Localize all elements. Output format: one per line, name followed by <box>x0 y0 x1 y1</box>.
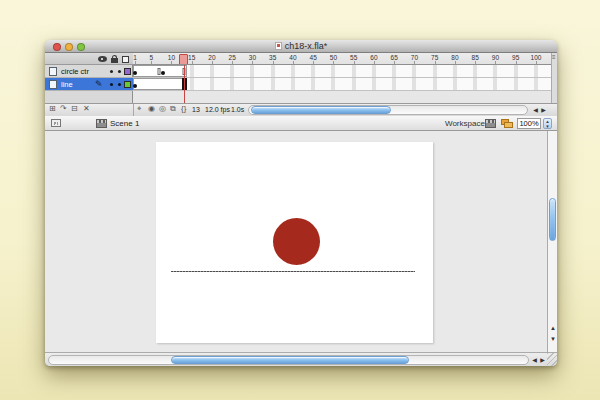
ruler-tick <box>536 61 537 64</box>
window-resize-grip[interactable] <box>547 353 557 366</box>
insert-layer-icon[interactable]: ⊞ <box>49 104 56 113</box>
layer-lock-dot[interactable] <box>118 83 121 86</box>
pasteboard-icon[interactable] <box>51 119 61 127</box>
edit-multiple-frames-icon[interactable]: ⧉ <box>170 104 176 114</box>
outline-all-layers-icon[interactable] <box>122 56 129 63</box>
ruler-tick <box>374 61 375 64</box>
layer-name[interactable]: circle ctr <box>61 67 89 76</box>
ruler-tick <box>435 61 436 64</box>
layer-lock-dot[interactable] <box>118 70 121 73</box>
timeline-panel: circle ctr line ✎ 1510152025303540455055… <box>45 53 557 116</box>
vertical-scrollbar[interactable]: ▲ ▼ <box>547 131 557 352</box>
flash-authoring-window: ch18-x.fla* circle ctr <box>45 40 557 366</box>
scroll-right-arrow[interactable]: ▶ <box>539 355 546 365</box>
ruler-tick <box>354 61 355 64</box>
timeline-scrollbar-thumb[interactable] <box>251 106 391 114</box>
window-title-wrap: ch18-x.fla* <box>45 41 557 51</box>
zoom-level-field[interactable]: 100% <box>517 118 541 129</box>
ruler-tick <box>293 61 294 64</box>
ruler-frame-number: 25 <box>229 54 236 61</box>
ruler-tick <box>475 61 476 64</box>
timeline-status-bar: ⊞ ↷ ⊟ ✕ ⌖ ◉ ◎ ⧉ {} 13 12.0 fps 1.0s ◀ ▶ <box>45 103 557 116</box>
keyframe-dot[interactable] <box>161 71 165 75</box>
frame-rate-indicator[interactable]: 12.0 fps <box>205 106 230 113</box>
elapsed-time-indicator: 1.0s <box>231 106 244 113</box>
layer-outline-color-swatch[interactable] <box>124 68 131 75</box>
scroll-up-arrow[interactable]: ▲ <box>549 323 557 333</box>
vertical-scrollbar-thumb[interactable] <box>549 198 556 241</box>
ruler-frame-number: 20 <box>208 54 215 61</box>
playhead[interactable] <box>179 54 188 65</box>
empty-timeline-area <box>133 91 551 103</box>
frames-row-circle-ctr[interactable] <box>133 65 551 78</box>
frame-span[interactable] <box>133 78 187 90</box>
edit-bar: Scene 1 Workspace ▾ 100% ▲▼ <box>45 116 557 131</box>
divider <box>133 104 134 116</box>
timeline-horizontal-scrollbar[interactable] <box>248 105 528 115</box>
ruler-frame-number: 90 <box>492 54 499 61</box>
panel-menu-icon[interactable]: ≡ <box>552 54 556 60</box>
layer-type-icon <box>49 80 57 89</box>
onion-skin-outlines-icon[interactable]: ◎ <box>159 104 166 113</box>
layer-visibility-dot[interactable] <box>110 83 113 86</box>
layer-row-circle-ctr[interactable]: circle ctr <box>45 65 133 78</box>
ruler-frame-number: 1 <box>133 54 137 61</box>
scroll-left-arrow[interactable]: ◀ <box>531 355 538 365</box>
keyframe-dot[interactable] <box>133 84 137 88</box>
scroll-right-arrow[interactable]: ▶ <box>540 105 547 115</box>
horizontal-scrollbar[interactable]: ◀ ▶ <box>45 352 557 366</box>
delete-layer-icon[interactable]: ✕ <box>83 104 90 113</box>
ruler-frame-number: 5 <box>149 54 153 61</box>
layer-name[interactable]: line <box>61 80 73 89</box>
layer-row-line[interactable]: line ✎ <box>45 78 133 91</box>
ruler-frame-number: 45 <box>310 54 317 61</box>
ruler-tick <box>192 61 193 64</box>
ruler-frame-number: 10 <box>168 54 175 61</box>
frames-row-line[interactable] <box>133 78 551 91</box>
timeline-ruler[interactable]: 1510152025303540455055606570758085909510… <box>133 53 551 65</box>
ruler-tick <box>495 61 496 64</box>
edit-scene-icon[interactable] <box>485 119 496 128</box>
layer-outline-color-swatch[interactable] <box>124 81 131 88</box>
ruler-tick <box>171 61 172 64</box>
timeline-frames-area: 1510152025303540455055606570758085909510… <box>133 53 551 103</box>
ruler-frame-number: 15 <box>188 54 195 61</box>
horizontal-line-shape[interactable] <box>171 271 415 272</box>
ruler-tick <box>455 61 456 64</box>
stage[interactable] <box>156 142 433 343</box>
edit-symbols-icon[interactable] <box>501 119 512 128</box>
ruler-frame-number: 100 <box>531 54 542 61</box>
scroll-left-arrow[interactable]: ◀ <box>532 105 539 115</box>
lock-all-layers-icon[interactable] <box>111 58 118 63</box>
end-frame-marker[interactable] <box>158 68 161 75</box>
horizontal-scrollbar-thumb[interactable] <box>171 356 409 364</box>
ruler-tick <box>252 61 253 64</box>
red-circle-shape[interactable] <box>273 218 320 265</box>
horizontal-scrollbar-track[interactable] <box>48 355 529 365</box>
ruler-frame-number: 55 <box>350 54 357 61</box>
frame-grid[interactable] <box>133 65 551 103</box>
ruler-frame-number: 65 <box>391 54 398 61</box>
pasteboard[interactable] <box>45 131 547 352</box>
ruler-tick <box>212 61 213 64</box>
window-titlebar[interactable]: ch18-x.fla* <box>45 40 557 53</box>
ruler-tick <box>333 61 334 64</box>
ruler-frame-number: 60 <box>370 54 377 61</box>
show-hide-all-layers-icon[interactable] <box>98 56 107 62</box>
timeline-right-strip: ≡ <box>551 53 557 103</box>
current-frame-indicator: 13 <box>192 106 200 113</box>
onion-skin-icon[interactable]: ◉ <box>148 104 155 113</box>
layer-visibility-dot[interactable] <box>110 70 113 73</box>
desktop-background: ch18-x.fla* circle ctr <box>0 0 600 400</box>
ruler-frame-number: 75 <box>431 54 438 61</box>
add-motion-guide-icon[interactable]: ↷ <box>60 104 67 113</box>
pencil-edit-icon: ✎ <box>95 79 103 89</box>
insert-layer-folder-icon[interactable]: ⊟ <box>71 104 78 113</box>
center-frame-icon[interactable]: ⌖ <box>137 104 142 114</box>
zoom-stepper[interactable]: ▲▼ <box>543 118 552 129</box>
ruler-tick <box>135 61 136 64</box>
ruler-tick <box>394 61 395 64</box>
modify-onion-markers-icon[interactable]: {} <box>181 104 186 113</box>
scroll-down-arrow[interactable]: ▼ <box>549 334 557 344</box>
keyframe-dot[interactable] <box>133 71 137 75</box>
